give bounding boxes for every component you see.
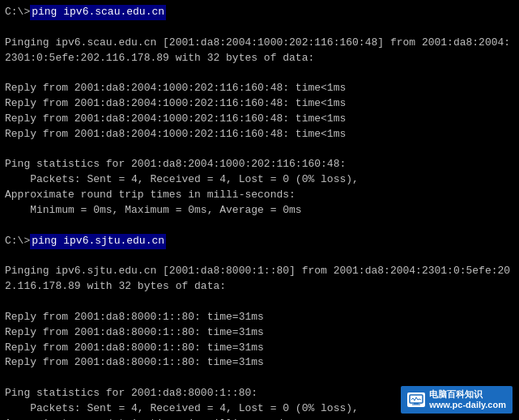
line-1: C:\>ping ipv6.scau.edu.cn [5, 5, 514, 20]
svg-rect-1 [414, 403, 419, 405]
watermark-icon [407, 392, 425, 407]
watermark-line1: 电脑百科知识 [429, 389, 506, 400]
reply1-1: Reply from 2001:da8:2004:1000:202:116:16… [5, 81, 514, 96]
watermark: 电脑百科知识 www.pc-daily.com [401, 386, 513, 414]
stats1-approx: Approximate round trip times in milli-se… [5, 188, 514, 203]
blank-4 [5, 218, 514, 234]
watermark-line2: www.pc-daily.com [429, 400, 506, 410]
blank-5 [5, 249, 514, 265]
reply2-3: Reply from 2001:da8:8000:1::80: time=31m… [5, 341, 514, 356]
reply2-1: Reply from 2001:da8:8000:1::80: time=31m… [5, 310, 514, 325]
blank-1 [5, 20, 514, 36]
stats1-header: Ping statistics for 2001:da8:2004:1000:2… [5, 157, 514, 172]
line-ping1-1: Pinging ipv6.scau.edu.cn [2001:da8:2004:… [5, 36, 514, 51]
reply1-3: Reply from 2001:da8:2004:1000:202:116:16… [5, 112, 514, 127]
cmd-2: ping ipv6.sjtu.edu.cn [30, 234, 166, 249]
reply2-2: Reply from 2001:da8:8000:1::80: time=31m… [5, 325, 514, 341]
line-ping2-2: 2.116.178.89 with 32 bytes of data: [5, 279, 514, 295]
line-ping1-2: 2301:0:5efe:202.116.178.89 with 32 bytes… [5, 51, 514, 66]
reply1-4: Reply from 2001:da8:2004:1000:202:116:16… [5, 127, 514, 142]
stats2-approx: Approximate round trip times in milli-se… [5, 417, 514, 420]
blank-6 [5, 295, 514, 310]
reply1-2: Reply from 2001:da8:2004:1000:202:116:16… [5, 96, 514, 112]
stats1-packets: Packets: Sent = 4, Received = 4, Lost = … [5, 172, 514, 188]
reply2-4: Reply from 2001:da8:8000:1::80: time=31m… [5, 355, 514, 371]
line-ping2-1: Pinging ipv6.sjtu.edu.cn [2001:da8:8000:… [5, 264, 514, 279]
watermark-text: 电脑百科知识 www.pc-daily.com [429, 389, 506, 410]
cmd-1: ping ipv6.scau.edu.cn [30, 5, 166, 20]
watermark-svg [409, 394, 423, 405]
line-2: C:\>ping ipv6.sjtu.edu.cn [5, 234, 514, 249]
terminal-window: C:\>ping ipv6.scau.edu.cn Pinging ipv6.s… [0, 0, 519, 420]
prompt-1: C:\> [5, 6, 30, 18]
prompt-2: C:\> [5, 235, 30, 247]
stats1-minmax: Minimum = 0ms, Maximum = 0ms, Average = … [5, 203, 514, 218]
blank-3 [5, 142, 514, 158]
blank-2 [5, 66, 514, 81]
svg-rect-2 [412, 404, 420, 405]
blank-7 [5, 371, 514, 386]
